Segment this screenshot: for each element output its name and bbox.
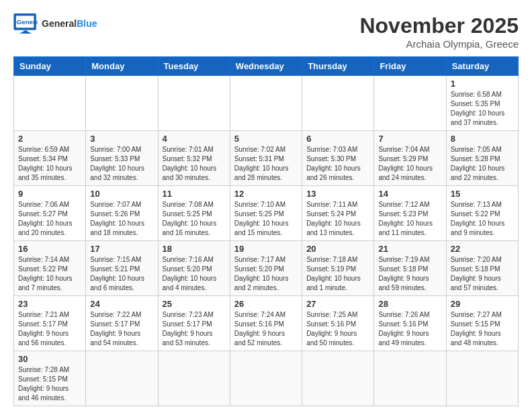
- weekday-header-wednesday: Wednesday: [230, 57, 302, 76]
- day-number: 29: [451, 299, 514, 309]
- day-info: Sunrise: 7:11 AM Sunset: 5:24 PM Dayligh…: [306, 200, 369, 238]
- day-number: 16: [18, 244, 81, 254]
- general-blue-icon: General: [13, 13, 38, 34]
- weekday-header-friday: Friday: [374, 57, 446, 76]
- weekday-header-saturday: Saturday: [446, 57, 518, 76]
- calendar-cell: 1Sunrise: 6:58 AM Sunset: 5:35 PM Daylig…: [446, 76, 518, 131]
- calendar-cell: 19Sunrise: 7:17 AM Sunset: 5:20 PM Dayli…: [230, 241, 302, 296]
- location: Archaia Olympia, Greece: [359, 38, 519, 50]
- day-number: 3: [90, 134, 153, 144]
- calendar-cell: [14, 76, 86, 131]
- day-info: Sunrise: 6:59 AM Sunset: 5:34 PM Dayligh…: [18, 145, 81, 183]
- calendar-cell: 11Sunrise: 7:08 AM Sunset: 5:25 PM Dayli…: [158, 186, 230, 241]
- calendar-cell: 24Sunrise: 7:22 AM Sunset: 5:17 PM Dayli…: [86, 296, 158, 351]
- day-number: 27: [306, 299, 369, 309]
- day-number: 23: [18, 299, 81, 309]
- svg-marker-1: [19, 30, 32, 34]
- day-number: 19: [234, 244, 298, 254]
- day-info: Sunrise: 7:08 AM Sunset: 5:25 PM Dayligh…: [163, 200, 226, 238]
- day-number: 10: [90, 189, 153, 199]
- calendar-cell: [446, 351, 518, 406]
- day-info: Sunrise: 7:02 AM Sunset: 5:31 PM Dayligh…: [234, 145, 298, 183]
- calendar-cell: [158, 351, 230, 406]
- day-number: 4: [163, 134, 226, 144]
- calendar-week-row: 30Sunrise: 7:28 AM Sunset: 5:15 PM Dayli…: [14, 351, 519, 406]
- day-info: Sunrise: 7:27 AM Sunset: 5:15 PM Dayligh…: [451, 310, 514, 348]
- day-info: Sunrise: 7:15 AM Sunset: 5:21 PM Dayligh…: [90, 255, 153, 293]
- weekday-header-thursday: Thursday: [302, 57, 374, 76]
- day-info: Sunrise: 7:17 AM Sunset: 5:20 PM Dayligh…: [234, 255, 298, 293]
- day-number: 25: [163, 299, 226, 309]
- day-info: Sunrise: 7:18 AM Sunset: 5:19 PM Dayligh…: [306, 255, 369, 293]
- calendar-cell: 5Sunrise: 7:02 AM Sunset: 5:31 PM Daylig…: [230, 131, 302, 186]
- calendar-cell: 18Sunrise: 7:16 AM Sunset: 5:20 PM Dayli…: [158, 241, 230, 296]
- calendar-cell: [374, 351, 446, 406]
- title-block: November 2025 Archaia Olympia, Greece: [359, 13, 519, 50]
- day-info: Sunrise: 7:03 AM Sunset: 5:30 PM Dayligh…: [306, 145, 369, 183]
- calendar-cell: 13Sunrise: 7:11 AM Sunset: 5:24 PM Dayli…: [302, 186, 374, 241]
- calendar-cell: [86, 76, 158, 131]
- day-number: 24: [90, 299, 153, 309]
- calendar-cell: 29Sunrise: 7:27 AM Sunset: 5:15 PM Dayli…: [446, 296, 518, 351]
- calendar-cell: 4Sunrise: 7:01 AM Sunset: 5:32 PM Daylig…: [158, 131, 230, 186]
- day-number: 26: [234, 299, 298, 309]
- day-number: 1: [451, 79, 514, 89]
- day-number: 11: [163, 189, 226, 199]
- calendar-cell: 26Sunrise: 7:24 AM Sunset: 5:16 PM Dayli…: [230, 296, 302, 351]
- day-number: 13: [306, 189, 369, 199]
- day-info: Sunrise: 7:12 AM Sunset: 5:23 PM Dayligh…: [378, 200, 441, 238]
- day-info: Sunrise: 7:21 AM Sunset: 5:17 PM Dayligh…: [18, 310, 81, 348]
- day-info: Sunrise: 7:00 AM Sunset: 5:33 PM Dayligh…: [90, 145, 153, 183]
- calendar-cell: 28Sunrise: 7:26 AM Sunset: 5:16 PM Dayli…: [374, 296, 446, 351]
- calendar-cell: 7Sunrise: 7:04 AM Sunset: 5:29 PM Daylig…: [374, 131, 446, 186]
- calendar-cell: 16Sunrise: 7:14 AM Sunset: 5:22 PM Dayli…: [14, 241, 86, 296]
- calendar-cell: [158, 76, 230, 131]
- calendar-week-row: 23Sunrise: 7:21 AM Sunset: 5:17 PM Dayli…: [14, 296, 519, 351]
- logo-text: GeneralBlue: [42, 18, 97, 29]
- calendar-week-row: 9Sunrise: 7:06 AM Sunset: 5:27 PM Daylig…: [14, 186, 519, 241]
- day-info: Sunrise: 7:23 AM Sunset: 5:17 PM Dayligh…: [163, 310, 226, 348]
- day-info: Sunrise: 7:06 AM Sunset: 5:27 PM Dayligh…: [18, 200, 81, 238]
- calendar-cell: 8Sunrise: 7:05 AM Sunset: 5:28 PM Daylig…: [446, 131, 518, 186]
- svg-text:General: General: [17, 18, 38, 26]
- calendar-cell: [374, 76, 446, 131]
- calendar-cell: 12Sunrise: 7:10 AM Sunset: 5:25 PM Dayli…: [230, 186, 302, 241]
- weekday-header-monday: Monday: [86, 57, 158, 76]
- calendar-cell: [230, 351, 302, 406]
- day-info: Sunrise: 6:58 AM Sunset: 5:35 PM Dayligh…: [451, 90, 514, 128]
- day-number: 8: [451, 134, 514, 144]
- day-info: Sunrise: 7:22 AM Sunset: 5:17 PM Dayligh…: [90, 310, 153, 348]
- day-number: 2: [18, 134, 81, 144]
- day-info: Sunrise: 7:14 AM Sunset: 5:22 PM Dayligh…: [18, 255, 81, 293]
- day-number: 17: [90, 244, 153, 254]
- day-number: 20: [306, 244, 369, 254]
- calendar-cell: 27Sunrise: 7:25 AM Sunset: 5:16 PM Dayli…: [302, 296, 374, 351]
- calendar-cell: 22Sunrise: 7:20 AM Sunset: 5:18 PM Dayli…: [446, 241, 518, 296]
- page-header: General GeneralBlue November 2025 Archai…: [13, 13, 519, 50]
- calendar-cell: 30Sunrise: 7:28 AM Sunset: 5:15 PM Dayli…: [14, 351, 86, 406]
- calendar-cell: [86, 351, 158, 406]
- calendar-cell: 25Sunrise: 7:23 AM Sunset: 5:17 PM Dayli…: [158, 296, 230, 351]
- weekday-header-tuesday: Tuesday: [158, 57, 230, 76]
- calendar-cell: [230, 76, 302, 131]
- calendar-cell: 15Sunrise: 7:13 AM Sunset: 5:22 PM Dayli…: [446, 186, 518, 241]
- day-number: 12: [234, 189, 298, 199]
- day-number: 14: [378, 189, 441, 199]
- calendar-week-row: 2Sunrise: 6:59 AM Sunset: 5:34 PM Daylig…: [14, 131, 519, 186]
- calendar-cell: 3Sunrise: 7:00 AM Sunset: 5:33 PM Daylig…: [86, 131, 158, 186]
- day-info: Sunrise: 7:25 AM Sunset: 5:16 PM Dayligh…: [306, 310, 369, 348]
- day-number: 7: [378, 134, 441, 144]
- calendar-week-row: 16Sunrise: 7:14 AM Sunset: 5:22 PM Dayli…: [14, 241, 519, 296]
- calendar-cell: [302, 351, 374, 406]
- day-number: 30: [18, 354, 81, 364]
- month-title: November 2025: [359, 13, 519, 38]
- day-info: Sunrise: 7:10 AM Sunset: 5:25 PM Dayligh…: [234, 200, 298, 238]
- day-info: Sunrise: 7:04 AM Sunset: 5:29 PM Dayligh…: [378, 145, 441, 183]
- calendar-cell: 17Sunrise: 7:15 AM Sunset: 5:21 PM Dayli…: [86, 241, 158, 296]
- calendar-table: SundayMondayTuesdayWednesdayThursdayFrid…: [13, 56, 519, 406]
- calendar-cell: 21Sunrise: 7:19 AM Sunset: 5:18 PM Dayli…: [374, 241, 446, 296]
- day-info: Sunrise: 7:26 AM Sunset: 5:16 PM Dayligh…: [378, 310, 441, 348]
- day-info: Sunrise: 7:20 AM Sunset: 5:18 PM Dayligh…: [451, 255, 514, 293]
- calendar-cell: 14Sunrise: 7:12 AM Sunset: 5:23 PM Dayli…: [374, 186, 446, 241]
- day-info: Sunrise: 7:07 AM Sunset: 5:26 PM Dayligh…: [90, 200, 153, 238]
